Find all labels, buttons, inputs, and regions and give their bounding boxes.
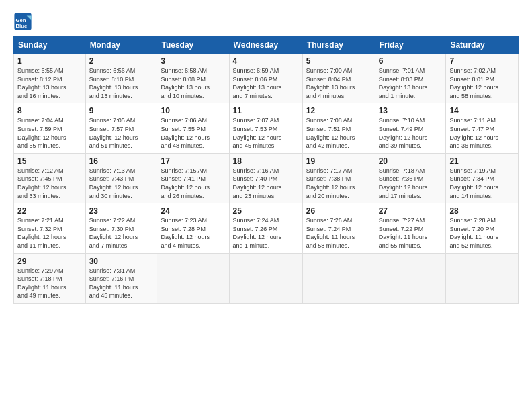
day-cell: 7Sunrise: 7:02 AM Sunset: 8:01 PM Daylig… [446,54,519,103]
day-info: Sunrise: 7:23 AM Sunset: 7:28 PM Dayligh… [161,216,225,250]
day-info: Sunrise: 7:05 AM Sunset: 7:57 PM Dayligh… [89,116,154,150]
day-cell: 19Sunrise: 7:17 AM Sunset: 7:38 PM Dayli… [302,153,375,203]
day-number: 22 [17,206,82,216]
day-number: 17 [161,156,225,166]
day-info: Sunrise: 7:04 AM Sunset: 7:59 PM Dayligh… [17,116,82,150]
week-row-1: 1Sunrise: 6:55 AM Sunset: 8:12 PM Daylig… [14,54,519,103]
day-number: 3 [161,56,225,66]
day-info: Sunrise: 7:12 AM Sunset: 7:45 PM Dayligh… [17,167,82,200]
day-cell: 4Sunrise: 6:59 AM Sunset: 8:06 PM Daylig… [229,54,302,103]
day-cell: 3Sunrise: 6:58 AM Sunset: 8:08 PM Daylig… [157,54,229,103]
weekday-friday: Friday [375,37,446,54]
day-info: Sunrise: 7:26 AM Sunset: 7:24 PM Dayligh… [306,216,371,250]
weekday-tuesday: Tuesday [157,37,229,54]
day-cell: 14Sunrise: 7:11 AM Sunset: 7:47 PM Dayli… [446,103,519,153]
day-cell: 5Sunrise: 7:00 AM Sunset: 8:04 PM Daylig… [302,54,375,103]
day-info: Sunrise: 7:11 AM Sunset: 7:47 PM Dayligh… [449,116,515,150]
day-info: Sunrise: 7:08 AM Sunset: 7:51 PM Dayligh… [306,116,371,150]
day-cell: 25Sunrise: 7:24 AM Sunset: 7:26 PM Dayli… [229,203,302,253]
day-cell: 15Sunrise: 7:12 AM Sunset: 7:45 PM Dayli… [14,153,86,203]
day-number: 25 [233,206,299,216]
day-cell: 30Sunrise: 7:31 AM Sunset: 7:16 PM Dayli… [85,253,157,303]
day-number: 10 [161,106,225,116]
weekday-saturday: Saturday [446,37,519,54]
day-number: 5 [306,56,371,66]
day-cell: 27Sunrise: 7:27 AM Sunset: 7:22 PM Dayli… [375,203,446,253]
day-cell: 26Sunrise: 7:26 AM Sunset: 7:24 PM Dayli… [302,203,375,253]
weekday-sunday: Sunday [14,37,86,54]
day-info: Sunrise: 7:15 AM Sunset: 7:41 PM Dayligh… [161,167,225,200]
day-cell [157,253,229,303]
day-info: Sunrise: 7:18 AM Sunset: 7:36 PM Dayligh… [379,167,443,200]
day-number: 9 [89,106,154,116]
day-info: Sunrise: 7:02 AM Sunset: 8:01 PM Dayligh… [449,66,515,100]
day-info: Sunrise: 7:06 AM Sunset: 7:55 PM Dayligh… [161,116,225,150]
day-info: Sunrise: 7:29 AM Sunset: 7:18 PM Dayligh… [17,267,82,300]
day-number: 23 [89,206,154,216]
day-number: 27 [379,206,443,216]
day-info: Sunrise: 7:24 AM Sunset: 7:26 PM Dayligh… [233,216,299,250]
logo-icon: Gen Blue [13,12,32,31]
calendar-table: SundayMondayTuesdayWednesdayThursdayFrid… [13,36,519,304]
day-cell: 17Sunrise: 7:15 AM Sunset: 7:41 PM Dayli… [157,153,229,203]
day-number: 29 [17,257,82,266]
day-cell: 16Sunrise: 7:13 AM Sunset: 7:43 PM Dayli… [85,153,157,203]
svg-text:Blue: Blue [16,23,28,29]
day-info: Sunrise: 6:59 AM Sunset: 8:06 PM Dayligh… [233,66,299,100]
day-cell: 24Sunrise: 7:23 AM Sunset: 7:28 PM Dayli… [157,203,229,253]
day-number: 24 [161,206,225,216]
page: Gen Blue SundayMondayTuesdayWednesdayThu… [0,0,532,411]
day-number: 2 [89,56,154,66]
weekday-thursday: Thursday [302,37,375,54]
day-info: Sunrise: 7:17 AM Sunset: 7:38 PM Dayligh… [306,167,371,200]
day-cell: 1Sunrise: 6:55 AM Sunset: 8:12 PM Daylig… [14,54,86,103]
weekday-wednesday: Wednesday [229,37,302,54]
day-info: Sunrise: 7:01 AM Sunset: 8:03 PM Dayligh… [379,66,443,100]
day-number: 6 [379,56,443,66]
day-info: Sunrise: 7:19 AM Sunset: 7:34 PM Dayligh… [449,167,515,200]
day-cell: 29Sunrise: 7:29 AM Sunset: 7:18 PM Dayli… [14,253,86,303]
week-row-3: 15Sunrise: 7:12 AM Sunset: 7:45 PM Dayli… [14,153,519,203]
day-number: 1 [17,56,82,66]
day-cell: 9Sunrise: 7:05 AM Sunset: 7:57 PM Daylig… [85,103,157,153]
day-info: Sunrise: 7:16 AM Sunset: 7:40 PM Dayligh… [233,167,299,200]
day-info: Sunrise: 7:07 AM Sunset: 7:53 PM Dayligh… [233,116,299,150]
day-number: 16 [89,156,154,166]
day-cell: 21Sunrise: 7:19 AM Sunset: 7:34 PM Dayli… [446,153,519,203]
day-cell: 2Sunrise: 6:56 AM Sunset: 8:10 PM Daylig… [85,54,157,103]
day-info: Sunrise: 7:22 AM Sunset: 7:30 PM Dayligh… [89,216,154,250]
day-cell: 12Sunrise: 7:08 AM Sunset: 7:51 PM Dayli… [302,103,375,153]
weekday-monday: Monday [85,37,157,54]
day-cell: 11Sunrise: 7:07 AM Sunset: 7:53 PM Dayli… [229,103,302,153]
day-number: 12 [306,106,371,116]
day-cell: 18Sunrise: 7:16 AM Sunset: 7:40 PM Dayli… [229,153,302,203]
day-number: 20 [379,156,443,166]
day-cell: 10Sunrise: 7:06 AM Sunset: 7:55 PM Dayli… [157,103,229,153]
day-number: 11 [233,106,299,116]
day-cell: 22Sunrise: 7:21 AM Sunset: 7:32 PM Dayli… [14,203,86,253]
week-row-4: 22Sunrise: 7:21 AM Sunset: 7:32 PM Dayli… [14,203,519,253]
day-cell [302,253,375,303]
day-cell: 8Sunrise: 7:04 AM Sunset: 7:59 PM Daylig… [14,103,86,153]
header: Gen Blue [13,12,519,31]
week-row-2: 8Sunrise: 7:04 AM Sunset: 7:59 PM Daylig… [14,103,519,153]
day-number: 14 [449,106,515,116]
day-number: 15 [17,156,82,166]
day-cell [229,253,302,303]
day-info: Sunrise: 7:10 AM Sunset: 7:49 PM Dayligh… [379,116,443,150]
day-number: 19 [306,156,371,166]
weekday-header-row: SundayMondayTuesdayWednesdayThursdayFrid… [14,37,519,54]
day-number: 7 [449,56,515,66]
day-number: 8 [17,106,82,116]
day-info: Sunrise: 7:00 AM Sunset: 8:04 PM Dayligh… [306,66,371,100]
day-number: 4 [233,56,299,66]
day-number: 13 [379,106,443,116]
day-number: 18 [233,156,299,166]
day-cell [375,253,446,303]
day-cell: 28Sunrise: 7:28 AM Sunset: 7:20 PM Dayli… [446,203,519,253]
day-number: 21 [449,156,515,166]
day-number: 30 [89,257,154,266]
day-cell: 20Sunrise: 7:18 AM Sunset: 7:36 PM Dayli… [375,153,446,203]
day-cell [446,253,519,303]
day-info: Sunrise: 7:13 AM Sunset: 7:43 PM Dayligh… [89,167,154,200]
